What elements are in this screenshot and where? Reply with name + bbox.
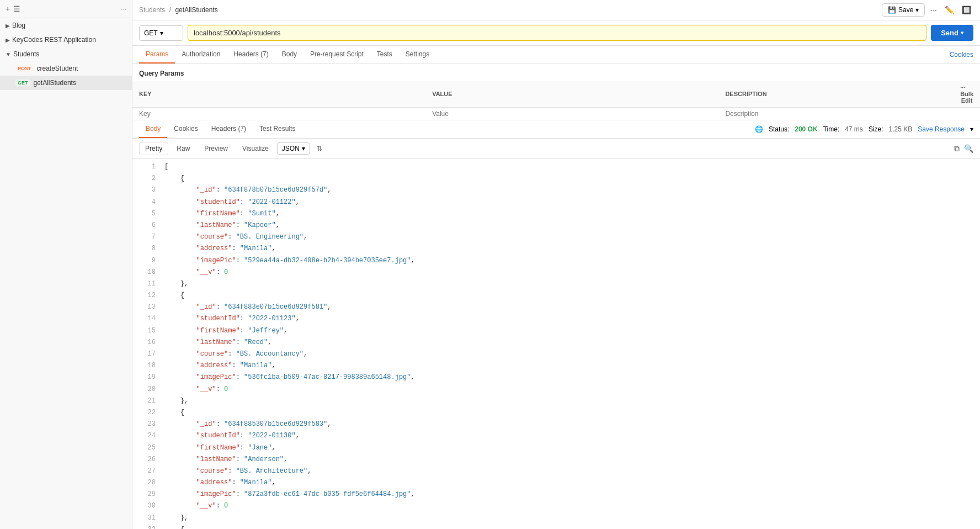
method-select[interactable]: GET ▾ [139,25,183,41]
bulk-edit-button[interactable]: Bulk Edit [960,91,973,104]
response-tab-test-results[interactable]: Test Results [253,120,302,138]
line-number: 17 [139,349,156,359]
query-params-title: Query Params [132,64,980,81]
key-input[interactable] [139,110,419,118]
cookies-link[interactable]: Cookies [950,51,973,59]
edit-icon-button[interactable]: ✏️ [942,3,956,17]
save-response-button[interactable]: Save Response [918,125,965,133]
save-button[interactable]: 💾 Save ▾ [882,3,925,17]
tab-authorization[interactable]: Authorization [175,46,227,64]
line-content: [ [164,162,168,172]
line-content: }, [164,279,188,289]
line-number: 32 [139,525,156,529]
request-tabs: Params Authorization Headers (7) Body Pr… [132,46,980,64]
tab-settings[interactable]: Settings [399,46,436,64]
json-format-select[interactable]: JSON ▾ [277,142,310,155]
json-line: 8 "address": "Manila", [132,243,980,255]
line-content: { [164,525,184,529]
chevron-down-icon: ▼ [6,51,11,57]
tab-tests[interactable]: Tests [370,46,399,64]
response-tab-body[interactable]: Body [139,120,167,138]
send-button[interactable]: Send ▾ [931,25,973,41]
json-line: 27 "course": "BS. Architecture", [132,465,980,477]
response-tab-headers[interactable]: Headers (7) [205,120,253,138]
line-number: 9 [139,256,156,266]
json-line: 18 "address": "Manila", [132,360,980,372]
col-header-value: VALUE [425,81,718,108]
line-content: "_id": "634f878b07b15ce6d929f57d", [164,185,331,195]
line-number: 5 [139,209,156,219]
desc-input[interactable] [725,110,947,118]
format-tab-raw[interactable]: Raw [171,142,196,155]
line-number: 10 [139,267,156,278]
topbar-actions: 💾 Save ▾ ··· ✏️ 🔲 [882,3,973,17]
line-content: "address": "Manila", [164,478,276,488]
line-number: 4 [139,197,156,208]
method-badge-post: POST [15,65,34,72]
time-value: 47 ms [845,125,863,133]
json-line: 24 "studentId": "2022-01130", [132,430,980,442]
col-header-key: KEY [132,81,425,108]
line-number: 13 [139,302,156,313]
tab-headers[interactable]: Headers (7) [227,46,275,64]
json-line: 1[ [132,161,980,173]
size-label: Size: [869,125,883,133]
sidebar-item-getallstudents[interactable]: GET getAllStudents [0,76,132,90]
line-number: 8 [139,244,156,254]
line-content: { [164,408,184,418]
breadcrumb: Students / getAllStudents [139,6,218,14]
more-options-button[interactable]: ··· [928,3,939,17]
line-number: 28 [139,478,156,488]
line-number: 15 [139,326,156,336]
line-content: "course": "BS. Architecture", [164,466,311,477]
tab-prerequest[interactable]: Pre-request Script [303,46,370,64]
sidebar-item-blog[interactable]: ▶ Blog [0,18,132,33]
url-input[interactable] [188,25,926,41]
search-button[interactable]: 🔍 [964,144,973,154]
format-tab-preview[interactable]: Preview [198,142,234,155]
response-status: 🌐 Status: 200 OK Time: 47 ms Size: 1.25 … [755,125,973,133]
json-line: 28 "address": "Manila", [132,477,980,489]
sidebar-item-students[interactable]: ▼ Students [0,47,132,61]
line-content: "course": "BS. Accountancy", [164,349,307,359]
body-format-bar: Pretty Raw Preview Visualize JSON ▾ ⇅ ⧉ … [132,139,980,159]
json-line: 23 "_id": "634f885307b15ce6d929f583", [132,419,980,430]
sidebar-item-label: Blog [12,22,25,29]
method-badge-get: GET [15,80,30,86]
json-line: 25 "firstName": "Jane", [132,442,980,454]
tab-body[interactable]: Body [275,46,303,64]
line-number: 24 [139,431,156,441]
filter-icon[interactable]: ⇅ [317,145,322,152]
format-tab-pretty[interactable]: Pretty [139,142,168,155]
line-number: 20 [139,384,156,395]
line-content: "_id": "634f883e07b15ce6d929f581", [164,302,331,313]
sidebar-item-createstudent[interactable]: POST createStudent [0,61,132,76]
sidebar-item-keycodes[interactable]: ▶ KeyCodes REST Application [0,33,132,47]
add-icon[interactable]: + [6,4,10,13]
info-icon-button[interactable]: 🔲 [960,3,973,17]
format-tab-visualize[interactable]: Visualize [236,142,275,155]
line-content: "firstName": "Sumit", [164,209,280,219]
json-line: 20 "__v": 0 [132,384,980,395]
tab-params[interactable]: Params [139,46,175,64]
line-content: { [164,290,184,301]
line-content: "address": "Manila", [164,361,276,371]
response-tab-cookies[interactable]: Cookies [167,120,204,138]
value-input[interactable] [432,110,712,118]
json-line: 4 "studentId": "2022-01122", [132,197,980,208]
list-icon[interactable]: ☰ [13,4,20,13]
copy-button[interactable]: ⧉ [954,144,960,154]
save-dropdown-arrow: ▾ [915,6,919,14]
sidebar-toolbar: + ☰ ··· [0,0,132,18]
request-bar: GET ▾ Send ▾ [132,20,980,46]
json-line: 2 { [132,173,980,184]
line-content: "firstName": "Jane", [164,443,276,453]
json-line: 6 "lastName": "Kapoor", [132,220,980,231]
breadcrumb-separator: / [169,6,173,14]
line-content: }, [164,396,188,406]
line-number: 18 [139,361,156,371]
chevron-right-icon: ▶ [6,37,10,43]
json-line: 7 "course": "BS. Engineering", [132,231,980,243]
sidebar-more-icon[interactable]: ··· [121,5,126,13]
json-line: 22 { [132,407,980,419]
